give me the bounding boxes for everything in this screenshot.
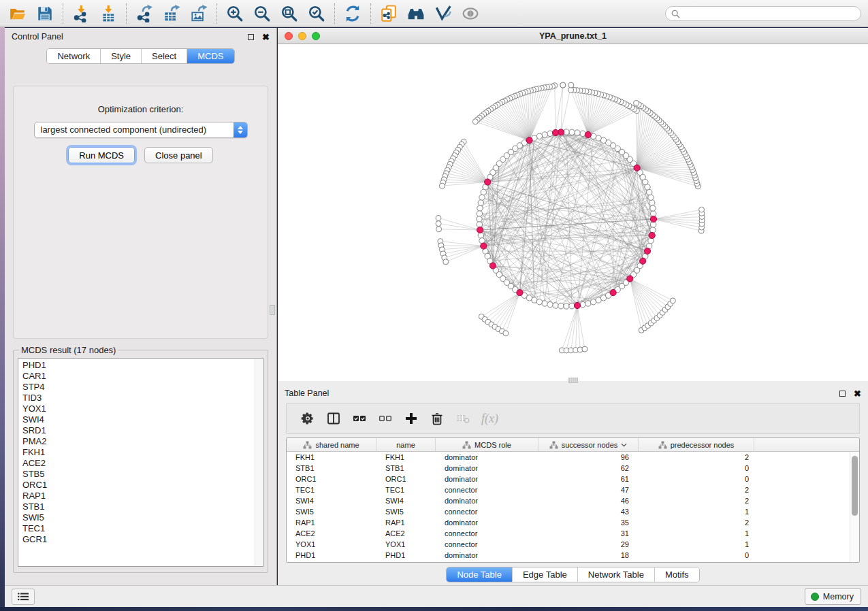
table-row[interactable]: FKH1FKH1dominator962	[287, 452, 859, 463]
search-field[interactable]	[665, 6, 861, 21]
function-builder-button[interactable]: f(x)	[481, 412, 498, 426]
mcds-result-item[interactable]: SWI5	[22, 512, 263, 523]
table-header-row: shared namenameMCDS rolesuccessor nodesp…	[287, 438, 859, 452]
table-cell: dominator	[436, 452, 539, 463]
clone-network-button[interactable]	[375, 1, 402, 26]
show-hide-button[interactable]	[457, 1, 484, 26]
add-column-button[interactable]	[398, 405, 424, 432]
tab-motifs[interactable]: Motifs	[654, 567, 699, 582]
mcds-result-item[interactable]: CAR1	[22, 371, 263, 382]
table-cell: 96	[539, 452, 639, 463]
column-header-MCDS-role[interactable]: MCDS role	[436, 438, 539, 451]
mcds-result-item[interactable]: PHD1	[22, 360, 263, 371]
mcds-result-item[interactable]: FKH1	[22, 447, 263, 458]
mcds-result-item[interactable]: STB1	[22, 501, 263, 512]
mcds-result-item[interactable]: STP4	[22, 382, 263, 393]
desktop-background-bottom	[0, 607, 868, 611]
table-row[interactable]: PHD1PHD1dominator180	[287, 550, 859, 561]
search-input[interactable]	[684, 9, 855, 18]
trash-icon	[430, 412, 444, 425]
close-panel-icon[interactable]: ✖	[262, 33, 270, 42]
style-preview-button[interactable]	[430, 1, 457, 26]
network-view-canvas[interactable]	[278, 44, 868, 381]
select-all-button[interactable]	[347, 405, 372, 432]
table-row[interactable]: TEC1TEC1connector472	[287, 484, 859, 495]
mcds-result-item[interactable]: PMA2	[22, 436, 263, 447]
toggle-panel-layout-button[interactable]	[321, 405, 347, 432]
mcds-result-item[interactable]: SWI4	[22, 414, 263, 425]
table-scrollbar[interactable]	[850, 452, 859, 562]
tab-mcds[interactable]: MCDS	[187, 49, 234, 63]
optimization-criterion-select[interactable]: largest connected component (undirected)	[34, 122, 248, 138]
mcds-result-item[interactable]: SRD1	[22, 425, 263, 436]
table-row[interactable]: SWI5SWI5connector431	[287, 506, 859, 517]
tab-edge-table[interactable]: Edge Table	[512, 567, 577, 582]
vertical-splitter-grip[interactable]	[270, 305, 275, 315]
import-table-button[interactable]	[95, 1, 122, 26]
tab-network-table[interactable]: Network Table	[577, 567, 654, 582]
table-scrollbar-thumb[interactable]	[852, 456, 858, 516]
table-row[interactable]: RAP1RAP1dominator352	[287, 517, 859, 528]
mcds-result-item[interactable]: ACE2	[22, 458, 263, 469]
table-cell: 46	[539, 495, 639, 506]
mcds-result-item[interactable]: GCR1	[22, 534, 263, 545]
tab-network[interactable]: Network	[47, 49, 100, 63]
table-row[interactable]: ACE2ACE2connector311	[287, 528, 859, 539]
find-button[interactable]	[402, 1, 430, 26]
zoom-fit-button[interactable]	[276, 1, 303, 26]
import-network-button[interactable]	[67, 1, 95, 26]
table-row[interactable]: SWI4SWI4dominator462	[287, 495, 859, 506]
column-header-empty	[754, 438, 852, 451]
network-graph[interactable]	[278, 44, 868, 381]
task-history-button[interactable]	[12, 589, 35, 605]
mcds-result-item[interactable]: ORC1	[22, 480, 263, 491]
export-table-button[interactable]	[158, 1, 185, 26]
save-session-button[interactable]	[31, 1, 59, 26]
mcds-result-item[interactable]: TID3	[22, 393, 263, 403]
column-header-successor-nodes[interactable]: successor nodes	[539, 438, 639, 451]
zoom-selected-button[interactable]	[303, 1, 330, 26]
delete-table-button[interactable]	[450, 405, 476, 432]
table-settings-button[interactable]	[295, 405, 321, 432]
zoom-in-button[interactable]	[221, 1, 248, 26]
toolbar-separator	[216, 3, 217, 24]
column-header-name[interactable]: name	[376, 438, 436, 451]
column-header-shared-name[interactable]: shared name	[287, 438, 376, 451]
optimization-criterion-label: Optimization criterion:	[14, 104, 268, 114]
close-panel-button[interactable]: Close panel	[144, 147, 213, 163]
open-session-button[interactable]	[4, 1, 31, 26]
run-mcds-button[interactable]: Run MCDS	[68, 147, 135, 163]
export-image-button[interactable]	[185, 1, 212, 26]
zoom-out-button[interactable]	[248, 1, 276, 26]
selected-option: largest connected component (undirected)	[41, 125, 207, 135]
refresh-view-button[interactable]	[339, 1, 366, 26]
table-row[interactable]: STB1STB1dominator620	[287, 463, 859, 474]
mcds-result-item[interactable]: RAP1	[22, 491, 263, 501]
node-table: shared namenameMCDS rolesuccessor nodesp…	[286, 437, 860, 563]
mcds-result-item[interactable]: STB5	[22, 469, 263, 480]
table-cell: PHD1	[287, 550, 376, 561]
table-row[interactable]: ORC1ORC1dominator610	[287, 474, 859, 484]
float-table-panel-icon[interactable]	[839, 391, 846, 397]
mcds-result-item[interactable]: TEC1	[22, 523, 263, 534]
mcds-result-item[interactable]: YOX1	[22, 403, 263, 414]
tab-style[interactable]: Style	[100, 49, 141, 63]
export-network-button[interactable]	[131, 1, 158, 26]
column-header-predecessor-nodes[interactable]: predecessor nodes	[639, 438, 754, 451]
tab-select[interactable]: Select	[141, 49, 187, 63]
float-panel-icon[interactable]	[248, 34, 254, 40]
close-table-panel-icon[interactable]: ✖	[854, 389, 861, 398]
table-cell: FKH1	[287, 452, 376, 463]
mcds-result-list[interactable]: PHD1CAR1STP4TID3YOX1SWI4SRD1PMA2FKH1ACE2…	[18, 358, 263, 567]
horizontal-splitter-grip[interactable]	[568, 378, 578, 383]
plus-icon	[404, 412, 418, 425]
mcds-list-scrollbar[interactable]	[255, 359, 262, 565]
table-cell: PHD1	[376, 550, 436, 561]
tab-node-table[interactable]: Node Table	[447, 567, 512, 582]
deselect-all-button[interactable]	[372, 405, 398, 432]
delete-column-button[interactable]	[424, 405, 450, 432]
table-cell: 1	[639, 539, 754, 550]
table-cell: SWI4	[287, 495, 376, 506]
table-row[interactable]: YOX1YOX1connector291	[287, 539, 859, 550]
memory-button[interactable]: Memory	[805, 588, 861, 605]
